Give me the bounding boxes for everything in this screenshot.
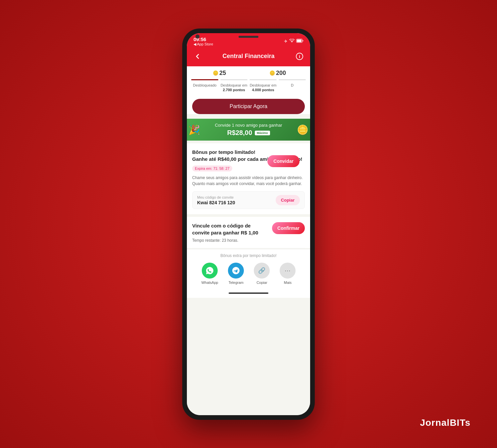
svg-text:i: i (299, 54, 300, 59)
back-button[interactable] (192, 51, 203, 62)
whatsapp-icon (202, 263, 218, 279)
points-label-2: Desbloquear em 2.700 pontos (219, 83, 248, 93)
brand-logo: JornalBITs (420, 417, 470, 428)
wifi-icon (289, 39, 295, 44)
share-whatsapp[interactable]: WhatsApp (201, 263, 218, 285)
brand-name: JornalBITs (420, 417, 470, 428)
info-button[interactable]: i (294, 51, 305, 62)
dot-1 (191, 79, 218, 80)
page-title: Central Financeira (222, 53, 274, 60)
bonus-section: Convidar Bônus por tempo limitado!Ganhe … (187, 143, 310, 214)
invite-banner[interactable]: Convide 1 novo amigo para ganhar R$28,00… (187, 119, 310, 141)
app-header: Central Financeira i (187, 48, 310, 66)
maximo-badge: Máximo (255, 131, 270, 135)
invite-code-label: Meu código de convite (197, 195, 235, 199)
svg-rect-1 (297, 39, 302, 42)
convidar-button[interactable]: Convidar (267, 155, 300, 167)
more-label: Mais (284, 281, 292, 285)
home-indicator (187, 290, 310, 298)
dot-3 (249, 79, 277, 80)
phone-shell: 09:56 ◀ App Store ✈ (182, 29, 315, 420)
share-telegram[interactable]: Telegram (228, 263, 244, 285)
home-bar (229, 292, 268, 294)
phone-speaker (239, 36, 258, 38)
point-item-2: 🪙 200 (248, 70, 307, 77)
share-more[interactable]: ··· Mais (280, 263, 296, 285)
points-section: 🪙 25 🪙 200 (187, 66, 310, 114)
banner-text: Convide 1 novo amigo para ganhar (192, 123, 305, 128)
invite-code-info: Meu código de convite Kwai 824 716 120 (197, 195, 235, 205)
points-label-4: D (278, 83, 307, 93)
page-wrapper: 09:56 ◀ App Store ✈ (0, 0, 497, 448)
confirmar-button[interactable]: Confirmar (272, 222, 305, 234)
copy-label: Copiar (256, 281, 267, 285)
share-bonus-text: Bônus extra por tempo limitado! (187, 253, 310, 258)
phone-camera (195, 34, 199, 38)
battery-icon (296, 39, 304, 44)
copy-button[interactable]: Copiar (276, 195, 300, 205)
telegram-icon (228, 263, 244, 279)
main-content: 🪙 25 🪙 200 (187, 66, 310, 415)
bonus-card-inner: Convidar Bônus por tempo limitado!Ganhe … (192, 149, 305, 209)
invite-code-box: Meu código de convite Kwai 824 716 120 C… (192, 191, 305, 209)
status-icons: ✈ (284, 39, 304, 44)
points-label-1: Desbloqueado (190, 83, 219, 93)
whatsapp-label: WhatsApp (201, 281, 218, 285)
points-label-3: Desbloquear em 4.000 pontos (248, 83, 278, 93)
vincule-section: Confirmar Vincule com o código de convit… (187, 217, 310, 248)
progress-dots (187, 77, 310, 80)
point-value-2: 🪙 200 (250, 70, 305, 77)
dot-2 (220, 79, 248, 80)
vincule-subtitle: Tempo restante: 23 horas. (192, 238, 305, 243)
banner-currency: R$28,00 (227, 129, 252, 137)
status-app-store: ◀ App Store (193, 42, 213, 46)
share-icons: WhatsApp Telegram 🔗 (187, 263, 310, 285)
banner-amount: R$28,00 Máximo (192, 129, 305, 137)
invite-code-value: Kwai 824 716 120 (197, 200, 235, 205)
expiry-badge: Expira em: 71: 58: 27 (192, 165, 232, 171)
points-labels: Desbloqueado Desbloquear em 2.700 pontos… (187, 80, 310, 96)
dot-4 (279, 79, 306, 80)
coin-icon-1: 🪙 (213, 70, 218, 76)
point-item-1: 🪙 25 (190, 70, 248, 77)
status-bar: 09:56 ◀ App Store ✈ (187, 33, 310, 48)
points-row: 🪙 25 🪙 200 (187, 70, 310, 77)
participar-button[interactable]: Participar Agora (192, 99, 305, 114)
point-value-1: 🪙 25 (192, 70, 247, 77)
telegram-label: Telegram (229, 281, 244, 285)
more-icon: ··· (280, 263, 296, 279)
share-section: Bônus extra por tempo limitado! WhatsApp (187, 249, 310, 290)
copy-link-icon: 🔗 (254, 263, 270, 279)
airplane-icon: ✈ (284, 39, 288, 44)
share-copy[interactable]: 🔗 Copiar (254, 263, 270, 285)
divider (192, 248, 305, 248)
phone-screen: 09:56 ◀ App Store ✈ (187, 33, 310, 415)
bonus-description: Chame seus amigos para assistir vídeos p… (192, 175, 305, 187)
coin-icon-2: 🪙 (269, 70, 275, 76)
